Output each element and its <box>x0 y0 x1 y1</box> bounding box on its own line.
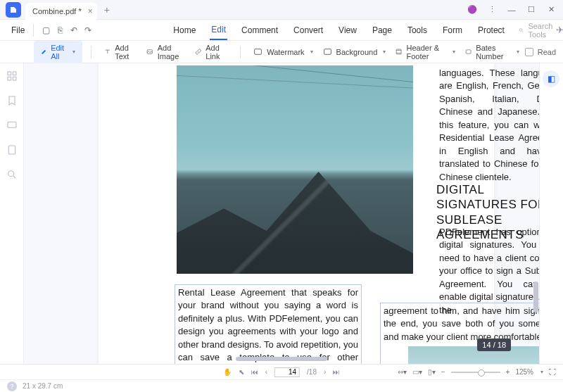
tab-protect[interactable]: Protect <box>476 20 506 40</box>
add-image-label: Add Image <box>158 44 185 61</box>
svg-rect-9 <box>13 77 16 80</box>
text-block-top-right[interactable]: languages. These languages are English, … <box>436 65 539 170</box>
more-icon[interactable]: ⋮ <box>483 2 501 18</box>
tab-tools[interactable]: Tools <box>406 20 429 40</box>
app-logo <box>6 2 21 18</box>
search-tools[interactable]: Search Tools <box>519 22 556 39</box>
zoom-out-icon[interactable]: − <box>441 368 445 376</box>
svg-rect-3 <box>324 49 331 55</box>
tab-home[interactable]: Home <box>172 20 197 40</box>
horizontal-scrollbar[interactable] <box>236 357 327 361</box>
document-canvas[interactable]: Rental Lease Agreement that speaks for y… <box>24 63 539 364</box>
svg-rect-5 <box>466 50 471 53</box>
titlebar: Combine.pdf * × + 🟣 ⋮ — ☐ ✕ <box>0 0 563 20</box>
zoom-value[interactable]: 125% <box>515 368 533 376</box>
page-number-input[interactable] <box>274 367 300 377</box>
account-icon[interactable]: 🟣 <box>463 2 481 18</box>
text-block-mid-right[interactable]: PDFelement has options for digital signa… <box>436 225 539 302</box>
fullscreen-icon[interactable]: ⛶ <box>549 368 556 376</box>
tab-edit[interactable]: Edit <box>210 20 227 40</box>
svg-rect-10 <box>8 122 16 127</box>
minimize-icon[interactable]: — <box>502 2 521 18</box>
zoom-in-icon[interactable]: + <box>506 368 510 376</box>
search-panel-icon[interactable] <box>6 169 18 182</box>
left-sidebar <box>0 63 24 364</box>
prev-page-icon[interactable]: ‹ <box>265 368 267 376</box>
maximize-icon[interactable]: ☐ <box>522 2 540 18</box>
background-button[interactable]: Background▾ <box>319 44 391 59</box>
watermark-label: Watermark <box>267 48 304 56</box>
bates-number-button[interactable]: Bates Number▾ <box>461 41 524 63</box>
search-placeholder: Search Tools <box>528 22 555 39</box>
close-window-icon[interactable]: ✕ <box>542 2 560 18</box>
last-page-icon[interactable]: ⏭ <box>333 368 340 376</box>
page: Rental Lease Agreement that speaks for y… <box>99 63 494 364</box>
next-page-icon[interactable]: › <box>324 368 326 376</box>
add-text-label: Add Text <box>115 44 137 61</box>
quick-actions: ▢ ⎘ ↶ ↷ <box>33 24 94 37</box>
navigation-controls: ✋ ⬉ ⏮ ‹ /18 › ⏭ <box>223 367 341 377</box>
window-controls: 🟣 ⋮ — ☐ ✕ <box>463 2 563 18</box>
view-mode-icon[interactable]: ▭▾ <box>412 368 422 376</box>
undo-icon[interactable]: ↶ <box>68 24 80 37</box>
page-size: 21 x 29.7 cm <box>23 382 63 390</box>
page-total: /18 <box>307 368 317 376</box>
vertical-scrollbar[interactable] <box>533 282 538 312</box>
titlebar-actions: ✈ ⭱ ⇪ <box>556 25 563 35</box>
svg-rect-4 <box>396 49 401 54</box>
content-image-bottom <box>408 346 539 364</box>
close-icon[interactable]: × <box>88 6 93 16</box>
add-image-button[interactable]: Add Image <box>142 41 189 63</box>
send-icon[interactable]: ✈ <box>556 25 563 35</box>
help-icon[interactable]: ? <box>7 381 17 391</box>
svg-point-0 <box>519 28 522 31</box>
read-toggle[interactable]: Read <box>525 48 556 56</box>
bates-number-label: Bates Number <box>476 44 510 61</box>
tab-title: Combine.pdf * <box>32 7 82 15</box>
edit-toolbar: Edit All▾ Add Text Add Image Add Link Wa… <box>0 41 563 63</box>
content-image <box>177 65 413 274</box>
watermark-button[interactable]: Watermark▾ <box>249 44 317 59</box>
add-text-button[interactable]: Add Text <box>100 41 141 63</box>
tab-page[interactable]: Page <box>371 20 393 40</box>
thumbnails-icon[interactable] <box>6 70 18 84</box>
first-page-icon[interactable]: ⏮ <box>251 368 258 376</box>
bookmark-icon[interactable] <box>6 95 18 108</box>
comments-icon[interactable] <box>6 120 18 133</box>
svg-rect-11 <box>8 146 15 154</box>
svg-point-12 <box>8 171 13 177</box>
read-label: Read <box>538 48 556 56</box>
select-tool-icon[interactable]: ⬉ <box>239 368 244 376</box>
menubar: File ▢ ⎘ ↶ ↷ Home Edit Comment Convert V… <box>0 20 563 41</box>
add-tab-button[interactable]: + <box>104 4 110 15</box>
statusbar: ✋ ⬉ ⏮ ‹ /18 › ⏭ ⇔▾ ▭▾ ▯▾ − + 125%▾ ⛶ <box>0 364 563 379</box>
print-icon[interactable]: ⎘ <box>53 24 66 37</box>
edit-all-label: Edit All <box>51 44 67 61</box>
tab-form[interactable]: Form <box>441 20 464 40</box>
workspace: Rental Lease Agreement that speaks for y… <box>0 63 563 364</box>
properties-icon[interactable]: ◧ <box>543 70 559 87</box>
document-tab[interactable]: Combine.pdf * × <box>25 3 97 20</box>
zoom-controls: ⇔▾ ▭▾ ▯▾ − + 125%▾ ⛶ <box>398 368 556 376</box>
zoom-slider[interactable] <box>451 372 500 373</box>
add-link-label: Add Link <box>205 44 227 61</box>
background-label: Background <box>336 48 378 56</box>
svg-rect-6 <box>8 72 11 75</box>
layout-icon[interactable]: ▯▾ <box>428 368 436 376</box>
attachments-icon[interactable] <box>6 144 18 158</box>
fit-width-icon[interactable]: ⇔▾ <box>398 368 407 376</box>
tab-view[interactable]: View <box>337 20 358 40</box>
svg-rect-7 <box>13 72 16 75</box>
header-footer-button[interactable]: Header & Footer▾ <box>391 41 460 63</box>
svg-rect-8 <box>8 77 11 80</box>
tab-convert[interactable]: Convert <box>292 20 324 40</box>
file-menu[interactable]: File <box>6 25 30 35</box>
header-footer-label: Header & Footer <box>407 44 448 61</box>
text-block-left[interactable]: Rental Lease Agreement that speaks for y… <box>175 284 362 364</box>
save-icon[interactable]: ▢ <box>39 24 52 37</box>
hand-tool-icon[interactable]: ✋ <box>223 368 232 376</box>
redo-icon[interactable]: ↷ <box>82 24 94 37</box>
edit-all-button[interactable]: Edit All▾ <box>34 41 82 63</box>
add-link-button[interactable]: Add Link <box>191 41 232 63</box>
tab-comment[interactable]: Comment <box>240 20 279 40</box>
